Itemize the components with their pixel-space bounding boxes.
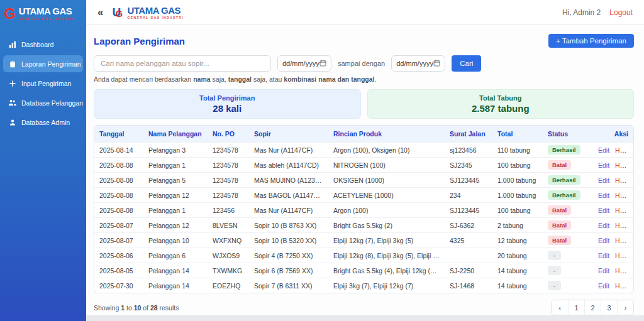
cell-sopir: Sopir 10 (B 5320 XX) — [249, 233, 328, 248]
table-header-row: TanggalNama PelangganNo. POSopirRincian … — [94, 126, 633, 143]
report-icon — [8, 60, 16, 68]
table-row: 2025-08-08Pelanggan 51234578MAS MUJINO (… — [94, 173, 633, 188]
prev-page-button[interactable]: ‹ — [552, 300, 568, 315]
search-button[interactable]: Cari — [452, 55, 481, 72]
status-badge: - — [548, 251, 561, 260]
edit-link[interactable]: Edit — [598, 207, 609, 214]
edit-link[interactable]: Edit — [598, 161, 609, 169]
cell-aksi: EditHapus — [593, 143, 633, 158]
column-header-total: Total — [492, 126, 543, 143]
admin-icon — [8, 118, 16, 126]
edit-link[interactable]: Edit — [598, 222, 609, 229]
cell-aksi: EditHapus — [593, 188, 633, 203]
edit-link[interactable]: Edit — [598, 237, 609, 244]
hapus-link[interactable]: Hapus — [615, 192, 633, 199]
cell-nama: Pelanggan 1 — [143, 203, 208, 218]
brand-tagline: GENERAL GAS INDUSTRI — [127, 16, 184, 19]
calendar-icon — [319, 60, 326, 68]
page-button-2[interactable]: 2 — [584, 300, 601, 315]
cell-po: 1234578 — [208, 143, 249, 158]
status-badge: Berhasil — [548, 145, 580, 155]
cell-surat_jalan: SJ-6362 — [445, 218, 492, 233]
hapus-link[interactable]: Hapus — [615, 237, 633, 244]
cell-produk: Argon (100), Oksigen (10) — [328, 143, 445, 158]
total-pengiriman-value: 28 kali — [213, 103, 242, 114]
cell-tanggal: 2025-08-06 — [94, 248, 143, 263]
cell-status: - — [543, 248, 593, 263]
cell-nama: Pelanggan 14 — [143, 263, 208, 278]
cell-po: 1234578 — [208, 188, 249, 203]
cell-aksi: EditHapus — [593, 203, 633, 218]
cell-surat_jalan: 234 — [445, 188, 492, 203]
cell-nama: Pelanggan 1 — [143, 158, 208, 173]
edit-link[interactable]: Edit — [598, 252, 609, 259]
edit-link[interactable]: Edit — [598, 267, 609, 275]
search-input[interactable] — [94, 55, 271, 72]
cell-surat_jalan: sj123456 — [445, 143, 492, 158]
sidebar-item-database-admin[interactable]: Database Admin — [3, 114, 83, 131]
hapus-link[interactable]: Hapus — [615, 161, 633, 169]
next-page-button[interactable]: › — [617, 300, 633, 315]
logout-link[interactable]: Logout — [609, 8, 633, 17]
status-badge: Batal — [548, 160, 571, 170]
cell-po: EOEZHQ — [208, 278, 249, 293]
cell-aksi: EditHapus — [593, 278, 633, 293]
cell-po: 1234578 — [208, 158, 249, 173]
edit-link[interactable]: Edit — [598, 146, 609, 154]
sidebar: G UTAMA GAS GENERAL GAS INDUSTRI Dashboa… — [0, 0, 86, 321]
table-row: 2025-08-08Pelanggan 1123456Mas Nur (A114… — [94, 203, 633, 218]
date-from-input[interactable]: dd/mm/yyyy — [277, 55, 331, 72]
plus-icon — [8, 79, 16, 87]
user-greeting: Hi, Admin 2 — [562, 8, 601, 17]
hapus-link[interactable]: Hapus — [615, 177, 633, 184]
sidebar-item-dashboard[interactable]: Dashboard — [3, 36, 83, 53]
cell-surat_jalan: SJ-2250 — [445, 263, 492, 278]
hapus-link[interactable]: Hapus — [615, 207, 633, 214]
cell-po: 1234578 — [208, 173, 249, 188]
add-delivery-button[interactable]: + Tambah Pengiriman — [548, 34, 634, 48]
cell-tanggal: 2025-08-14 — [94, 143, 143, 158]
status-badge: Berhasil — [548, 190, 580, 200]
date-to-input[interactable]: dd/mm/yyyy — [391, 55, 445, 72]
cell-sopir: Sopir 6 (B 7569 XX) — [249, 263, 328, 278]
cell-sopir: Sopir 10 (B 8763 XX) — [249, 218, 328, 233]
cell-total: 100 tabung — [492, 158, 543, 173]
sidebar-item-laporan-pengiriman[interactable]: Laporan Pengiriman — [3, 55, 83, 72]
cell-status: Berhasil — [543, 188, 593, 203]
total-tabung-value: 2.587 tabung — [472, 103, 530, 114]
cell-status: - — [543, 278, 593, 293]
cell-total: 1.000 tabung — [492, 173, 543, 188]
total-pengiriman-card: Total Pengiriman 28 kali — [94, 89, 361, 119]
edit-link[interactable]: Edit — [598, 177, 609, 184]
dashboard-icon — [8, 40, 16, 48]
cell-sopir: Sopir 4 (B 7250 XX) — [249, 248, 328, 263]
total-tabung-card: Total Tabung 2.587 tabung — [367, 89, 635, 119]
app-window: G UTAMA GAS GENERAL GAS INDUSTRI Dashboa… — [0, 0, 644, 321]
cell-nama: Pelanggan 14 — [143, 278, 208, 293]
cell-total: 12 tabung — [492, 233, 543, 248]
cell-status: Batal — [543, 233, 593, 248]
hapus-link[interactable]: Hapus — [615, 146, 633, 154]
sidebar-item-database-pelanggan[interactable]: Database Pelanggan — [3, 94, 83, 111]
sidebar-nav: DashboardLaporan PengirimanInput Pengiri… — [0, 35, 86, 132]
table-row: 2025-08-08Pelanggan 121234578Mas BAGOL (… — [94, 188, 633, 203]
cell-nama: Pelanggan 3 — [143, 143, 208, 158]
cell-tanggal: 2025-08-08 — [94, 158, 143, 173]
edit-link[interactable]: Edit — [598, 192, 609, 199]
hapus-link[interactable]: Hapus — [615, 267, 633, 275]
pagination: ‹123› — [551, 300, 634, 315]
main-area: « U G UTAMA GAS GENERAL GAS INDUSTRI Hi,… — [86, 0, 644, 321]
cell-produk: NITROGEN (100) — [328, 158, 445, 173]
hapus-link[interactable]: Hapus — [615, 222, 633, 229]
status-badge: - — [548, 266, 561, 275]
sidebar-collapse-button[interactable]: « — [95, 7, 106, 18]
hapus-link[interactable]: Hapus — [615, 282, 633, 290]
edit-link[interactable]: Edit — [598, 282, 609, 290]
page-button-3[interactable]: 3 — [601, 300, 617, 315]
cell-surat_jalan — [445, 248, 492, 263]
hapus-link[interactable]: Hapus — [615, 252, 633, 259]
sidebar-item-input-pengiriman[interactable]: Input Pengiriman — [3, 75, 83, 92]
sidebar-item-label: Input Pengiriman — [21, 80, 71, 87]
sidebar-item-label: Laporan Pengiriman — [21, 60, 81, 68]
page-button-1[interactable]: 1 — [568, 300, 584, 315]
